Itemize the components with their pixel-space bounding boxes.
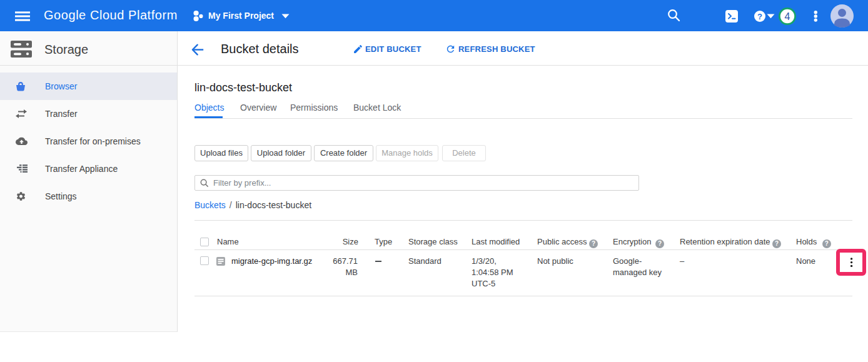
svg-text:4: 4 (785, 11, 790, 22)
svg-text:?: ? (757, 11, 762, 21)
